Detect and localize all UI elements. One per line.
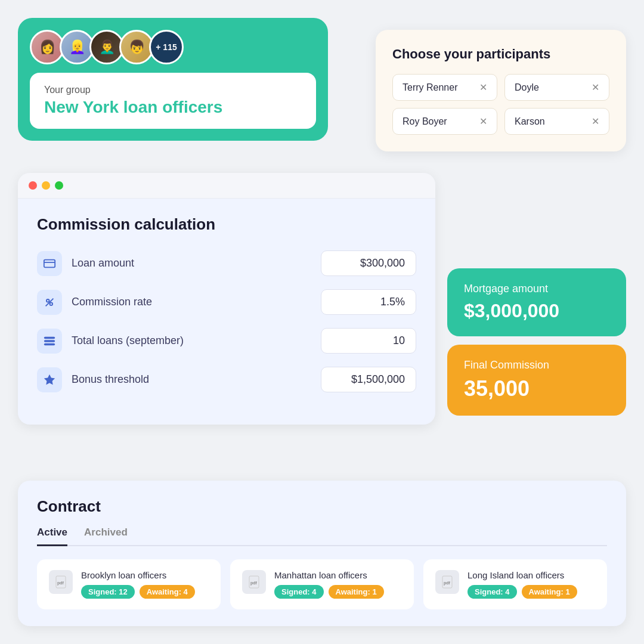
contract-card: Contract Active Archived pdf Brooklyn lo…: [18, 481, 626, 626]
participant-tag-3: Karson ✕: [504, 108, 609, 135]
window-dot-yellow: [42, 181, 50, 190]
svg-point-2: [49, 302, 52, 305]
contract-badges-0: Signed: 12 Awaiting: 4: [81, 585, 195, 599]
tab-archived[interactable]: Archived: [84, 527, 128, 545]
contract-info-2: Long Island loan officers Signed: 4 Awai…: [467, 570, 577, 599]
svg-text:pdf: pdf: [444, 581, 451, 586]
commission-content: Commission calculation Loan amount $300,…: [18, 199, 435, 425]
participant-tags: Terry Renner ✕ Doyle ✕ Roy Boyer ✕ Karso…: [392, 74, 609, 135]
final-commission-label: Final Commission: [464, 359, 609, 371]
remove-participant-3[interactable]: ✕: [592, 116, 599, 127]
badge-awaiting-1: Awaiting: 1: [329, 585, 384, 599]
calc-row-bonus: Bonus threshold $1,500,000: [37, 367, 416, 392]
calc-row-commission: Commission rate 1.5%: [37, 289, 416, 315]
mortgage-amount: $3,000,000: [464, 300, 609, 322]
final-commission-amount: 35,000: [464, 376, 609, 401]
badge-signed-2: Signed: 4: [467, 585, 517, 599]
window-bar: [18, 173, 435, 199]
group-card: 👩 👱‍♀️ 👨‍🦱 👦 + 115 Your group New York l…: [18, 18, 328, 141]
contract-name-2: Long Island loan officers: [467, 570, 577, 580]
remove-participant-2[interactable]: ✕: [479, 116, 487, 127]
svg-rect-0: [44, 259, 55, 267]
commission-rate-label: Commission rate: [72, 296, 321, 308]
avatar-plus: + 115: [149, 30, 184, 64]
bonus-threshold-input[interactable]: $1,500,000: [321, 367, 416, 392]
svg-rect-4: [44, 340, 55, 342]
tab-active[interactable]: Active: [37, 527, 67, 546]
commission-card: Commission calculation Loan amount $300,…: [18, 173, 435, 425]
participant-tag-2: Roy Boyer ✕: [392, 108, 497, 135]
group-inner: Your group New York loan officers: [30, 73, 316, 129]
contract-name-0: Brooklyn loan officers: [81, 570, 195, 580]
window-dot-red: [29, 181, 37, 190]
bonus-threshold-label: Bonus threshold: [72, 373, 321, 386]
results-column: Mortgage amount $3,000,000 Final Commiss…: [447, 268, 626, 416]
commission-rate-input[interactable]: 1.5%: [321, 289, 416, 315]
loan-amount-input[interactable]: $300,000: [321, 250, 416, 276]
svg-text:pdf: pdf: [250, 581, 258, 586]
total-loans-input[interactable]: 10: [321, 328, 416, 354]
contract-tabs: Active Archived: [37, 527, 607, 546]
participants-card: Choose your participants Terry Renner ✕ …: [376, 30, 626, 151]
badge-awaiting-2: Awaiting: 1: [522, 585, 577, 599]
svg-rect-3: [44, 336, 55, 339]
remove-participant-0[interactable]: ✕: [479, 82, 487, 93]
participant-name-0: Terry Renner: [402, 82, 457, 93]
loan-icon: [37, 251, 62, 276]
mortgage-card: Mortgage amount $3,000,000: [447, 268, 626, 336]
participants-title: Choose your participants: [392, 47, 609, 62]
contract-item-1: pdf Manhattan loan officers Signed: 4 Aw…: [230, 559, 414, 609]
pdf-icon-0: pdf: [49, 570, 73, 594]
svg-rect-5: [44, 343, 55, 345]
contract-item-0: pdf Brooklyn loan officers Signed: 12 Aw…: [37, 559, 221, 609]
remove-participant-1[interactable]: ✕: [592, 82, 599, 93]
avatars-row: 👩 👱‍♀️ 👨‍🦱 👦 + 115: [30, 30, 316, 64]
final-commission-card: Final Commission 35,000: [447, 345, 626, 416]
pdf-icon-1: pdf: [242, 570, 266, 594]
contract-info-1: Manhattan loan officers Signed: 4 Awaiti…: [274, 570, 384, 599]
group-label: Your group: [44, 85, 302, 95]
total-loans-label: Total loans (september): [72, 335, 321, 347]
contract-items: pdf Brooklyn loan officers Signed: 12 Aw…: [37, 559, 607, 609]
participant-name-1: Doyle: [515, 82, 539, 93]
svg-point-1: [47, 299, 49, 302]
contract-title: Contract: [37, 497, 607, 516]
group-name: New York loan officers: [44, 98, 302, 117]
commission-title: Commission calculation: [37, 215, 416, 234]
participant-name-3: Karson: [515, 116, 545, 127]
mortgage-label: Mortgage amount: [464, 283, 609, 295]
loan-label: Loan amount: [72, 257, 321, 270]
participant-tag-1: Doyle ✕: [504, 74, 609, 101]
contract-badges-1: Signed: 4 Awaiting: 1: [274, 585, 384, 599]
participant-name-2: Roy Boyer: [402, 116, 447, 127]
pdf-icon-2: pdf: [435, 570, 459, 594]
bonus-icon: [37, 367, 62, 392]
badge-signed-1: Signed: 4: [274, 585, 324, 599]
commission-icon: [37, 290, 62, 315]
contract-info-0: Brooklyn loan officers Signed: 12 Awaiti…: [81, 570, 195, 599]
window-dot-green: [55, 181, 63, 190]
svg-marker-6: [44, 374, 55, 384]
badge-awaiting-0: Awaiting: 4: [140, 585, 195, 599]
badge-signed-0: Signed: 12: [81, 585, 135, 599]
contract-name-1: Manhattan loan officers: [274, 570, 384, 580]
contract-badges-2: Signed: 4 Awaiting: 1: [467, 585, 577, 599]
participant-tag-0: Terry Renner ✕: [392, 74, 497, 101]
svg-text:pdf: pdf: [57, 581, 64, 586]
calc-row-total-loans: Total loans (september) 10: [37, 328, 416, 354]
total-loans-icon: [37, 329, 62, 354]
calc-row-loan: Loan amount $300,000: [37, 250, 416, 276]
contract-item-2: pdf Long Island loan officers Signed: 4 …: [423, 559, 607, 609]
